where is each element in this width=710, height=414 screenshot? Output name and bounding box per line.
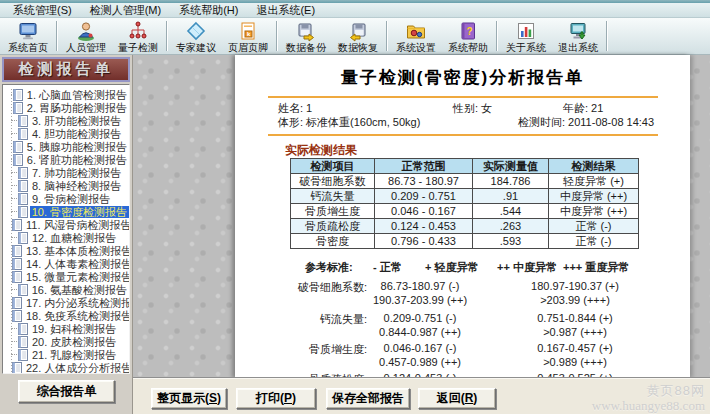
toolbar-button-personnel[interactable]: 人员管理 <box>60 19 112 54</box>
tree-item-label: 11. 风湿骨病检测报告 <box>24 219 130 231</box>
tree-item-15[interactable]: 15. 微量元素检测报告 <box>3 270 129 283</box>
tree-item-7[interactable]: 7. 肺功能检测报告 <box>3 166 129 179</box>
button-accelerator: P <box>284 391 292 405</box>
tree-item-label: 2. 胃肠功能检测报告 <box>25 102 129 114</box>
tree-item-20[interactable]: 20. 皮肤检测报告 <box>3 335 129 348</box>
sidebar-header-label: 检测报告单 <box>19 60 114 79</box>
toolbar-button-quantum-test[interactable]: 量子检测 <box>112 19 164 54</box>
menu-item-3[interactable]: 退出系统(E) <box>247 3 324 17</box>
report-doc-icon <box>12 219 22 231</box>
tree-item-5[interactable]: 5. 胰腺功能检测报告 <box>3 140 129 153</box>
reference-range: >203.99 (+++) <box>500 294 650 306</box>
result-cell: 骨质疏松度 <box>291 219 375 234</box>
tree-item-6[interactable]: 6. 肾脏功能检测报告 <box>3 153 129 166</box>
toolbar-button-exit-system[interactable]: 退出系统 <box>552 19 604 54</box>
report-doc-icon <box>13 89 23 101</box>
toolbar-button-label: 数据恢复 <box>338 42 378 53</box>
result-row: 骨质疏松度0.124 - 0.453.263正常 (-) <box>291 219 639 234</box>
patient-name: 姓名:1 <box>278 101 312 116</box>
toolbar-button-home[interactable]: 系统首页 <box>2 19 54 54</box>
tree-connector <box>11 107 12 108</box>
report-doc-icon <box>12 258 22 270</box>
tree-item-2[interactable]: 2. 胃肠功能检测报告 <box>3 101 129 114</box>
tree-item-label: 12. 血糖检测报告 <box>30 232 118 244</box>
tree-item-8[interactable]: 8. 脑神经检测报告 <box>3 179 129 192</box>
reference-legend-item: +++ 重度异常 <box>563 260 629 275</box>
sidebar-footer: 综合报告单 <box>0 374 132 414</box>
toolbar-button-header-footer[interactable]: k页眉页脚 <box>222 19 274 54</box>
toolbar-button-system-help[interactable]: ?系统帮助 <box>442 19 494 54</box>
button-label: ) <box>292 391 296 405</box>
tree-item-label: 7. 肺功能检测报告 <box>30 167 123 179</box>
tree-item-label: 4. 胆功能检测报告 <box>30 128 123 140</box>
restore-disk-icon <box>347 20 369 42</box>
tree-item-19[interactable]: 19. 妇科检测报告 <box>3 322 129 335</box>
save-all-reports-button[interactable]: 保存全部报告 <box>326 388 410 409</box>
report-doc-icon <box>18 128 28 140</box>
report-doc-icon <box>12 362 22 374</box>
tree-item-label: 8. 脑神经检测报告 <box>30 180 123 192</box>
report-doc-icon <box>12 310 22 322</box>
tree-item-13[interactable]: 13. 基本体质检测报告 <box>3 244 129 257</box>
tree-item-label: 10. 骨密度检测报告 <box>30 206 129 218</box>
toolbar-separator <box>496 21 498 51</box>
footer-button-bar: 黄页88网 www.huangye88.com 整页显示(S)打印(P)保存全部… <box>133 378 710 414</box>
fullpage-display-button[interactable]: 整页显示(S) <box>151 388 227 409</box>
tree-item-4[interactable]: 4. 胆功能检测报告 <box>3 127 129 140</box>
patient-name-value: 1 <box>306 102 312 114</box>
report-doc-icon <box>12 245 22 257</box>
report-page: 量子检测(骨密度)分析报告单 姓名:1 性别:女 年龄:21 体形:标准体重(1… <box>235 55 690 378</box>
report-doc-icon <box>18 115 28 127</box>
sidebar-header: 检测报告单 <box>2 57 130 82</box>
toolbar-button-label: 专家建议 <box>176 42 216 53</box>
tree-item-10-selected[interactable]: 10. 骨密度检测报告 <box>3 205 129 218</box>
return-button[interactable]: 返回(R) <box>418 388 496 409</box>
user-icon <box>75 20 97 42</box>
reference-legend-item: ++ 中度异常 <box>497 260 557 275</box>
toolbar-button-system-settings[interactable]: 系统设置 <box>390 19 442 54</box>
reference-range: 0.209-0.751 (-) <box>345 312 495 324</box>
tree-item-1[interactable]: 1. 心脑血管检测报告 <box>3 88 129 101</box>
reference-range: 0.046-0.167 (-) <box>345 342 495 354</box>
report-doc-icon <box>18 349 28 361</box>
tree-item-16[interactable]: 16. 氨基酸检测报告 <box>3 283 129 296</box>
watermark-site-name: 黄页88网 <box>592 383 705 398</box>
patient-gender-label: 性别: <box>453 102 478 114</box>
patient-name-label: 姓名: <box>278 102 303 114</box>
result-cell: .593 <box>473 234 549 249</box>
tree-item-18[interactable]: 18. 免疫系统检测报告 <box>3 309 129 322</box>
tree-item-17[interactable]: 17. 内分泌系统检测报告 <box>3 296 129 309</box>
tree-item-21[interactable]: 21. 乳腺检测报告 <box>3 348 129 361</box>
tree-item-12[interactable]: 12. 血糖检测报告 <box>3 231 129 244</box>
diamond-icon <box>185 20 207 42</box>
print-button[interactable]: 打印(P) <box>236 388 316 409</box>
document-icon: k <box>237 20 259 42</box>
tree-item-11[interactable]: 11. 风湿骨病检测报告 <box>3 218 129 231</box>
toolbar-button-data-backup[interactable]: 数据备份 <box>280 19 332 54</box>
patient-gender: 性别:女 <box>453 101 492 116</box>
menu-bar: 系统管理(S)检测人管理(M)系统帮助(H)退出系统(E) <box>0 3 710 18</box>
reference-line: 0.457-0.989 (++)>0.989 (+++) <box>235 356 690 370</box>
toolbar-button-about-system[interactable]: 关于系统 <box>500 19 552 54</box>
summary-report-button[interactable]: 综合报告单 <box>18 380 115 403</box>
toolbar-button-expert-advice[interactable]: 专家建议 <box>170 19 222 54</box>
tree-item-label: 20. 皮肤检测报告 <box>30 336 118 348</box>
menu-item-1[interactable]: 检测人管理(M) <box>81 3 171 17</box>
result-cell: 0.124 - 0.453 <box>375 219 473 234</box>
divider-rule <box>268 134 658 136</box>
help-book-icon: ? <box>457 20 479 42</box>
tree-item-14[interactable]: 14. 人体毒素检测报告 <box>3 257 129 270</box>
report-doc-icon <box>18 323 28 335</box>
tree-item-22[interactable]: 22. 人体成分分析报告 <box>3 361 129 374</box>
tree-item-9[interactable]: 9. 骨病检测报告 <box>3 192 129 205</box>
watermark-url: www.huangye88.com <box>592 398 705 413</box>
toolbar-separator <box>606 21 608 51</box>
tree-connector <box>11 341 17 342</box>
toolbar-button-data-restore[interactable]: 数据恢复 <box>332 19 384 54</box>
toolbar-separator <box>166 21 168 51</box>
tree-item-3[interactable]: 3. 肝功能检测报告 <box>3 114 129 127</box>
menu-item-2[interactable]: 系统帮助(H) <box>170 3 247 17</box>
menu-item-0[interactable]: 系统管理(S) <box>4 3 81 17</box>
result-row: 骨质增生度0.046 - 0.167.544中度异常 (++) <box>291 204 639 219</box>
tree-connector <box>11 120 17 121</box>
